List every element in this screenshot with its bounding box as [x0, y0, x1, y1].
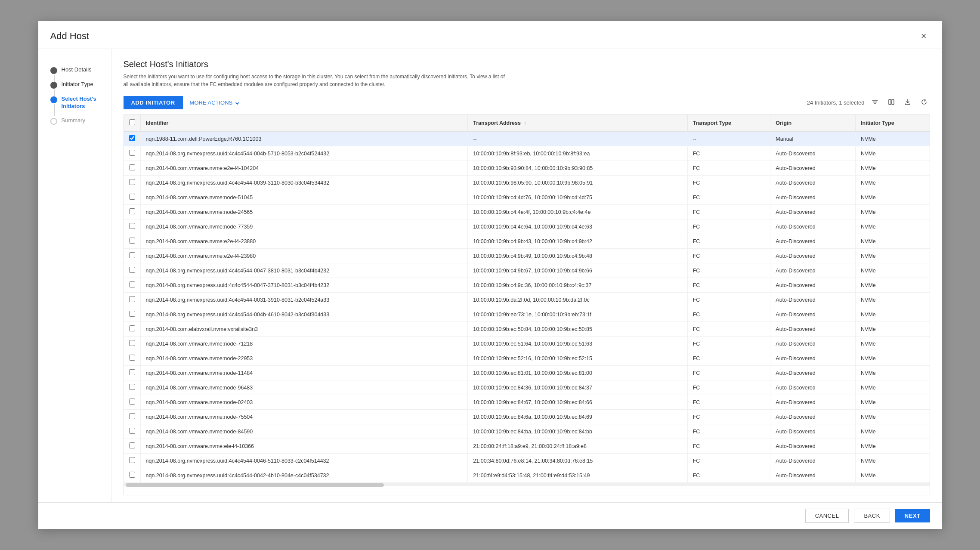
- row-checkbox-9[interactable]: [129, 267, 135, 273]
- step-dot-select-hosts-initiators: [50, 96, 57, 103]
- row-transport-type: FC: [687, 293, 770, 307]
- row-checkbox-7[interactable]: [129, 238, 135, 244]
- columns-button[interactable]: [885, 98, 897, 108]
- row-checkbox-13[interactable]: [129, 325, 135, 331]
- row-origin: Auto-Discovered: [770, 146, 856, 161]
- row-origin: Auto-Discovered: [770, 190, 856, 205]
- selection-count: 24 Initiators, 1 selected: [807, 99, 865, 106]
- row-transport-address: 10:00:00:10:9b:ec:84:6a, 10:00:00:10:9b:…: [468, 410, 687, 424]
- row-transport-address: 21:00:f4:e9:d4:53:15:48, 21:00:f4:e9:d4:…: [468, 468, 687, 483]
- row-origin: Auto-Discovered: [770, 468, 856, 483]
- row-initiator-type: NVMe: [856, 249, 930, 263]
- row-checkbox-cell: [124, 380, 141, 395]
- row-checkbox-21[interactable]: [129, 442, 135, 448]
- row-identifier: nqn.2014-08.com.vmware.nvme:node-71218: [140, 337, 468, 351]
- row-initiator-type: NVMe: [856, 468, 930, 483]
- header-checkbox-cell: [124, 115, 141, 131]
- row-checkbox-15[interactable]: [129, 355, 135, 361]
- row-checkbox-0[interactable]: [129, 135, 135, 141]
- step-label-initiator-type: Initiator Type: [62, 81, 93, 88]
- row-transport-type: FC: [687, 307, 770, 322]
- row-origin: Auto-Discovered: [770, 205, 856, 219]
- row-transport-type: FC: [687, 278, 770, 293]
- row-checkbox-19[interactable]: [129, 413, 135, 419]
- header-transport-address[interactable]: Transport Address ↑: [468, 115, 687, 131]
- table-row: nqn.2014-08.com.vmware.nvme:e2e-l4-23980…: [124, 249, 930, 263]
- svg-rect-0: [889, 99, 891, 105]
- row-origin: Auto-Discovered: [770, 234, 856, 249]
- more-actions-button[interactable]: MORE ACTIONS: [190, 99, 239, 106]
- row-initiator-type: NVMe: [856, 366, 930, 380]
- row-identifier: nqn.2014-08.org.nvmexpress.uuid:4c4c4544…: [140, 146, 468, 161]
- toolbar-right: 24 Initiators, 1 selected: [807, 98, 930, 108]
- main-content: Select Host's Initiators Select the init…: [111, 49, 942, 502]
- row-checkbox-11[interactable]: [129, 296, 135, 302]
- row-transport-address: 10:00:00:10:9b:c4:9b:49, 10:00:00:10:9b:…: [468, 249, 687, 263]
- row-initiator-type: NVMe: [856, 161, 930, 176]
- row-checkbox-23[interactable]: [129, 472, 135, 478]
- row-checkbox-6[interactable]: [129, 223, 135, 229]
- row-checkbox-10[interactable]: [129, 281, 135, 287]
- row-checkbox-cell: [124, 351, 141, 366]
- row-identifier: nqn.2014-08.com.vmware.nvme:node-84590: [140, 424, 468, 439]
- row-transport-type: FC: [687, 263, 770, 278]
- row-checkbox-17[interactable]: [129, 384, 135, 390]
- next-button[interactable]: NEXT: [895, 509, 930, 522]
- table-row: nqn.2014-08.org.nvmexpress.uuid:4c4c4544…: [124, 146, 930, 161]
- row-transport-type: FC: [687, 219, 770, 234]
- row-checkbox-20[interactable]: [129, 428, 135, 434]
- row-checkbox-4[interactable]: [129, 194, 135, 200]
- toolbar: ADD INITIATOR MORE ACTIONS 24 Initiators…: [124, 96, 930, 109]
- table-row: nqn.2014-08.com.elabvxrail.nvme:vxrailsi…: [124, 322, 930, 337]
- horizontal-scrollbar[interactable]: [124, 483, 930, 486]
- row-checkbox-3[interactable]: [129, 179, 135, 185]
- row-initiator-type: NVMe: [856, 131, 930, 146]
- row-transport-type: FC: [687, 424, 770, 439]
- close-button[interactable]: ×: [918, 29, 930, 43]
- select-all-checkbox[interactable]: [129, 119, 135, 125]
- modal: Add Host × Host Details Initiator Type S…: [38, 21, 942, 529]
- header-initiator-type[interactable]: Initiator Type: [856, 115, 930, 131]
- step-host-details: Host Details: [50, 63, 104, 77]
- row-origin: Auto-Discovered: [770, 351, 856, 366]
- row-checkbox-16[interactable]: [129, 369, 135, 375]
- step-summary: Summary: [50, 114, 104, 128]
- row-transport-type: FC: [687, 395, 770, 410]
- row-transport-address: 10:00:00:10:9b:ec:50:84, 10:00:00:10:9b:…: [468, 322, 687, 337]
- row-checkbox-1[interactable]: [129, 150, 135, 156]
- cancel-button[interactable]: CANCEL: [805, 509, 849, 523]
- row-origin: Auto-Discovered: [770, 161, 856, 176]
- row-checkbox-14[interactable]: [129, 340, 135, 346]
- row-identifier: nqn.2014-08.com.vmware.nvme:node-51045: [140, 190, 468, 205]
- steps-sidebar: Host Details Initiator Type Select Host'…: [38, 49, 111, 502]
- section-title: Select Host's Initiators: [124, 59, 930, 69]
- row-checkbox-2[interactable]: [129, 164, 135, 170]
- row-checkbox-cell: [124, 395, 141, 410]
- row-transport-type: FC: [687, 468, 770, 483]
- table-row: nqn.2014-08.org.nvmexpress.uuid:4c4c4544…: [124, 293, 930, 307]
- step-dot-initiator-type: [50, 82, 57, 89]
- table-row: nqn.2014-08.org.nvmexpress.uuid:4c4c4544…: [124, 454, 930, 468]
- table-row: nqn.2014-08.org.nvmexpress.uuid:4c4c4544…: [124, 176, 930, 190]
- add-initiator-button[interactable]: ADD INITIATOR: [124, 96, 183, 109]
- filter-button[interactable]: [869, 98, 881, 108]
- row-checkbox-12[interactable]: [129, 311, 135, 317]
- sort-icon-transport-address: ↑: [524, 121, 526, 126]
- row-checkbox-22[interactable]: [129, 457, 135, 463]
- chevron-down-icon: [235, 101, 239, 104]
- refresh-button[interactable]: [918, 98, 930, 108]
- row-identifier: nqn.2014-08.com.vmware.nvme:ele-l4-10366: [140, 439, 468, 454]
- scrollbar-thumb[interactable]: [126, 483, 384, 487]
- row-initiator-type: NVMe: [856, 219, 930, 234]
- row-transport-type: FC: [687, 249, 770, 263]
- row-checkbox-18[interactable]: [129, 399, 135, 405]
- row-checkbox-8[interactable]: [129, 252, 135, 258]
- row-checkbox-cell: [124, 439, 141, 454]
- header-origin[interactable]: Origin: [770, 115, 856, 131]
- row-checkbox-5[interactable]: [129, 208, 135, 214]
- back-button[interactable]: BACK: [854, 509, 890, 523]
- row-origin: Auto-Discovered: [770, 176, 856, 190]
- export-button[interactable]: [902, 98, 914, 108]
- header-transport-type[interactable]: Transport Type: [687, 115, 770, 131]
- header-identifier[interactable]: Identifier: [140, 115, 468, 131]
